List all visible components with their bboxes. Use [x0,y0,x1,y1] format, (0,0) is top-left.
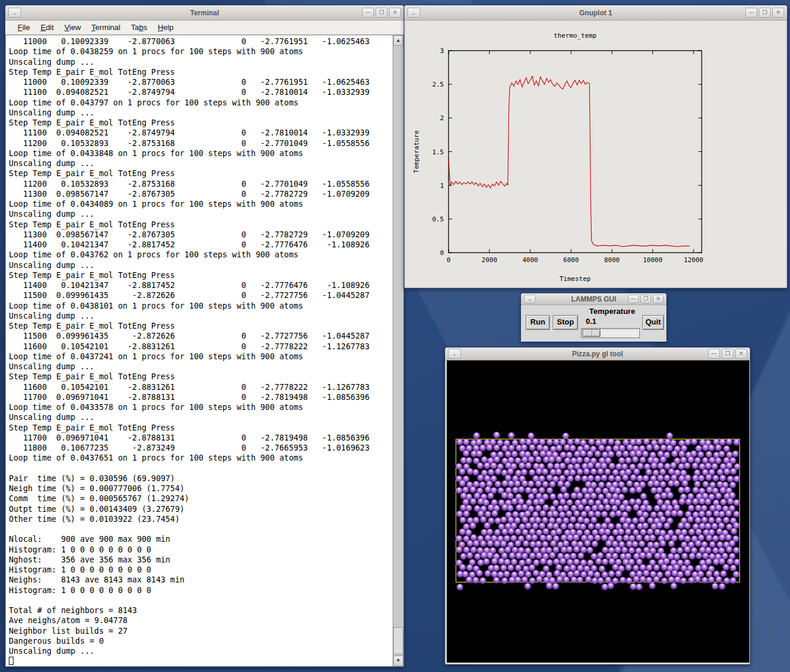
svg-text:1.5: 1.5 [432,148,444,156]
terminal-line: 11100 0.094082521 -2.8749794 0 -2.781001… [9,87,393,97]
menu-item-edit[interactable]: Edit [35,22,59,33]
window-menu-button[interactable]: ⌄ [448,349,461,359]
menu-item-tabs[interactable]: Tabs [125,22,152,33]
terminal-output[interactable]: 11000 0.10092339 -2.8770063 0 -2.7761951… [5,35,393,667]
terminal-line: Unscaling dump ... [9,209,393,219]
terminal-line: Step Temp E_pair E_mol TotEng Press [9,423,393,433]
terminal-line [9,595,393,605]
terminal-line: Loop time of 0.0437651 on 1 procs for 10… [9,453,393,463]
terminal-line: Unscaling dump ... [9,260,393,270]
svg-text:0: 0 [447,256,451,264]
terminal-line: Unscaling dump ... [9,646,393,656]
minimize-icon: — [749,9,754,15]
window-menu-button[interactable]: ⌄ [8,8,21,18]
terminal-titlebar[interactable]: ⌄ Terminal — ❒ ✕ [5,5,404,21]
terminal-line: 11500 0.099961435 -2.872626 0 -2.7727756… [9,331,393,341]
pizza-gl-window: ⌄ Pizza.py gl tool — ❒ ✕ [444,347,751,665]
gnuplot-canvas: thermo_temp02000400060008000100001200000… [406,21,786,287]
quit-button[interactable]: Quit [642,315,664,330]
terminal-line: Nghost: 356 ave 356 max 356 min [9,555,393,565]
terminal-scrollbar[interactable]: ▲ ▼ [393,35,404,667]
terminal-line: 11200 0.10532893 -2.8753168 0 -2.7701049… [9,138,393,148]
desktop: ⌄ Terminal — ❒ ✕ FileEditViewTerminalTab… [0,0,790,672]
stop-button[interactable]: Stop [553,315,578,330]
terminal-line: Unscaling dump ... [9,311,393,321]
terminal-line: Outpt time (%) = 0.00143409 (3.27679) [9,504,393,514]
minimize-button[interactable]: — [628,294,639,303]
minimize-button[interactable]: — [362,8,374,18]
window-menu-button[interactable]: ⌄ [407,8,420,18]
svg-text:0: 0 [440,249,444,257]
slider-handle[interactable] [583,329,600,337]
scroll-down-icon: ▼ [396,658,401,663]
terminal-line: Total # of neighbors = 8143 [9,605,393,615]
terminal-line: Loop time of 0.0434089 on 1 procs for 10… [9,199,393,209]
temperature-label: Temperature [580,307,645,316]
terminal-line: 11200 0.10532893 -2.8753168 0 -2.7701049… [9,179,393,189]
pizza-title: Pizza.py gl tool [445,350,750,358]
terminal-line: Unscaling dump ... [9,412,393,422]
terminal-line: 11400 0.10421347 -2.8817452 0 -2.7776476… [9,240,393,250]
terminal-line: 11300 0.098567147 -2.8767305 0 -2.778272… [9,189,393,199]
terminal-line: Histogram: 1 0 0 0 0 0 0 0 0 0 [9,585,393,595]
menu-item-terminal[interactable]: Terminal [86,22,125,33]
terminal-line: Unscaling dump ... [9,108,393,118]
terminal-line: Loop time of 0.0433578 on 1 procs for 10… [9,402,393,412]
temperature-slider[interactable] [581,328,640,338]
close-button[interactable]: ✕ [389,8,401,18]
scrollbar-thumb[interactable] [393,627,403,654]
terminal-line [9,464,393,474]
terminal-line: 11000 0.10092339 -2.8770063 0 -2.7761951… [9,77,393,87]
chevron-down-icon: ⌄ [411,9,416,16]
scroll-down-button[interactable]: ▼ [393,656,403,666]
svg-text:2000: 2000 [482,256,497,264]
terminal-line: Unscaling dump ... [9,362,393,372]
maximize-button[interactable]: ❒ [640,294,651,303]
atom-viewport[interactable] [447,360,749,663]
pizza-titlebar[interactable]: ⌄ Pizza.py gl tool — ❒ ✕ [445,347,750,360]
svg-text:12000: 12000 [684,256,703,264]
scroll-up-icon: ▲ [396,38,401,43]
lammps-gui-body: Run Stop Quit Temperature 0.1 [521,305,666,342]
terminal-line: Step Temp E_pair E_mol TotEng Press [9,270,393,280]
svg-text:3: 3 [440,47,444,55]
maximize-icon: ❒ [725,350,730,356]
terminal-window: ⌄ Terminal — ❒ ✕ FileEditViewTerminalTab… [5,5,404,667]
svg-text:2: 2 [440,114,444,122]
window-menu-button[interactable]: ⌄ [524,294,536,303]
terminal-line: 11700 0.096971041 -2.8788131 0 -2.781949… [9,433,393,443]
gnuplot-titlebar[interactable]: ⌄ Gnuplot 1 — ❒ ✕ [404,5,787,21]
menu-item-help[interactable]: Help [152,22,179,33]
maximize-button[interactable]: ❒ [759,8,771,18]
terminal-line: Ave neighs/atom = 9.04778 [9,615,393,625]
terminal-line: Unscaling dump ... [9,57,393,67]
lammps-gui-titlebar[interactable]: ⌄ LAMMPS GUI — ❒ ✕ [521,293,666,305]
svg-text:6000: 6000 [563,256,579,264]
scroll-up-button[interactable]: ▲ [393,35,403,46]
close-icon: ✕ [739,350,743,356]
minimize-button[interactable]: — [708,349,720,359]
close-button[interactable]: ✕ [772,8,784,18]
maximize-button[interactable]: ❒ [722,349,733,359]
svg-text:Temperature: Temperature [413,130,420,173]
terminal-cursor-line [9,656,393,666]
menu-item-view[interactable]: View [59,22,86,33]
terminal-line: Unscaling dump ... [9,158,393,168]
close-button[interactable]: ✕ [735,349,747,359]
minimize-button[interactable]: — [745,8,757,18]
terminal-line: Loop time of 0.043797 on 1 procs for 100… [9,98,393,108]
terminal-line: 11000 0.10092339 -2.8770063 0 -2.7761951… [9,37,393,47]
menu-item-file[interactable]: File [12,22,35,33]
terminal-cursor [9,657,14,665]
terminal-line: Step Temp E_pair E_mol TotEng Press [9,168,393,178]
terminal-line: Step Temp E_pair E_mol TotEng Press [9,372,393,382]
maximize-button[interactable]: ❒ [376,8,387,18]
terminal-line: Dangerous builds = 0 [9,636,393,646]
terminal-line: 11100 0.094082521 -2.8749794 0 -2.781001… [9,128,393,138]
close-button[interactable]: ✕ [653,294,663,303]
terminal-line: Step Temp E_pair E_mol TotEng Press [9,67,393,77]
minimize-icon: — [366,9,371,15]
close-icon: ✕ [393,9,397,15]
run-button[interactable]: Run [526,315,550,330]
terminal-line: Pair time (%) = 0.030596 (69.9097) [9,474,393,484]
